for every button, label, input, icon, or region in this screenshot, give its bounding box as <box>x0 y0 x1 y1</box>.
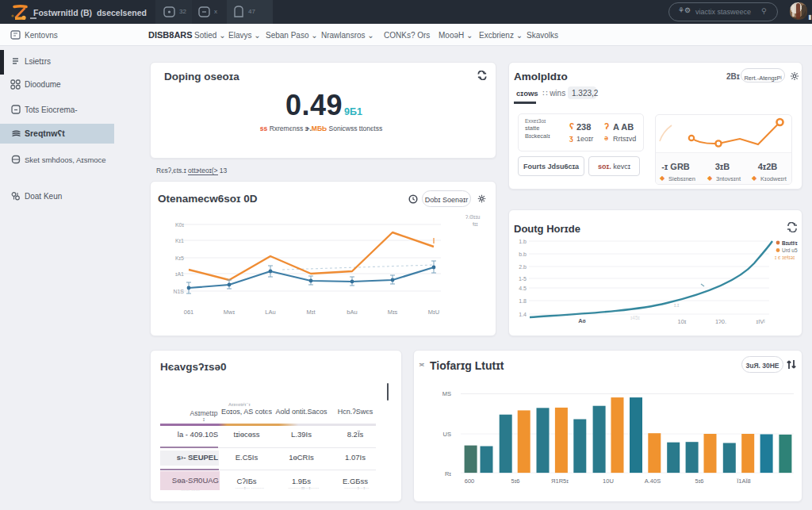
svg-text:1-5: 1-5 <box>519 276 527 282</box>
svg-text:А.40Ѕ: А.40Ѕ <box>645 477 661 485</box>
svg-text:5ɪ6: 5ɪ6 <box>695 477 703 485</box>
svg-text:MɪU: MɪU <box>428 309 439 316</box>
svg-text:Я1R5ɪ: Я1R5ɪ <box>551 477 569 485</box>
svg-text:Kɪ1: Kɪ1 <box>175 238 184 243</box>
svg-text:1.b: 1.b <box>519 239 527 244</box>
svg-text:Аɞ: Аɞ <box>578 317 586 324</box>
svg-text:bAu: bAu <box>347 309 357 316</box>
svg-text:ɪ45ɪ: ɪ45ɪ <box>630 315 641 320</box>
svg-text:061: 061 <box>184 309 194 316</box>
svg-text:LAu: LAu <box>265 309 275 316</box>
svg-text:10U: 10U <box>603 477 614 485</box>
svg-text:Mwɪ: Mwɪ <box>224 309 236 316</box>
svg-text:ɪIVʲ: ɪIVʲ <box>756 318 765 325</box>
svg-text:ɪ.ɪ: ɪ.ɪ <box>674 302 680 308</box>
svg-text:4.5: 4.5 <box>519 286 527 291</box>
svg-text:Rɪ: Rɪ <box>445 470 451 477</box>
svg-text:Mɪs: Mɪs <box>388 309 398 316</box>
svg-text:N1S: N1S <box>173 289 184 294</box>
svg-text:1.4: 1.4 <box>519 312 527 317</box>
svg-text:Ї1АЇ8: Ї1АЇ8 <box>737 477 751 485</box>
svg-text:UЅ: UЅ <box>443 431 451 438</box>
svg-text:600: 600 <box>465 477 475 485</box>
svg-text:ɪA1: ɪA1 <box>175 271 184 277</box>
svg-text:b.b: b.b <box>519 251 527 257</box>
svg-text:ɪ є ɪeɬɪəɪ: ɪ є ɪeɬɪəɪ <box>775 255 795 260</box>
svg-text:Kɪ5: Kɪ5 <box>175 255 184 261</box>
svg-text:1ʔ0.: 1ʔ0. <box>715 318 726 325</box>
svg-text:K0ɪ: K0ɪ <box>175 222 185 228</box>
svg-text:Bɪuttʲɪ: Bɪuttʲɪ <box>782 240 798 246</box>
svg-text:2.b: 2.b <box>519 264 527 270</box>
svg-text:10ɪ: 10ɪ <box>677 318 686 325</box>
svg-text:Urd u5: Urd u5 <box>782 247 798 253</box>
svg-text:1.8: 1.8 <box>519 298 527 304</box>
svg-text:MЅ: MЅ <box>442 390 451 397</box>
svg-text:Mɪt: Mɪt <box>306 309 316 316</box>
svg-text:5ɪ6: 5ɪ6 <box>511 477 519 485</box>
